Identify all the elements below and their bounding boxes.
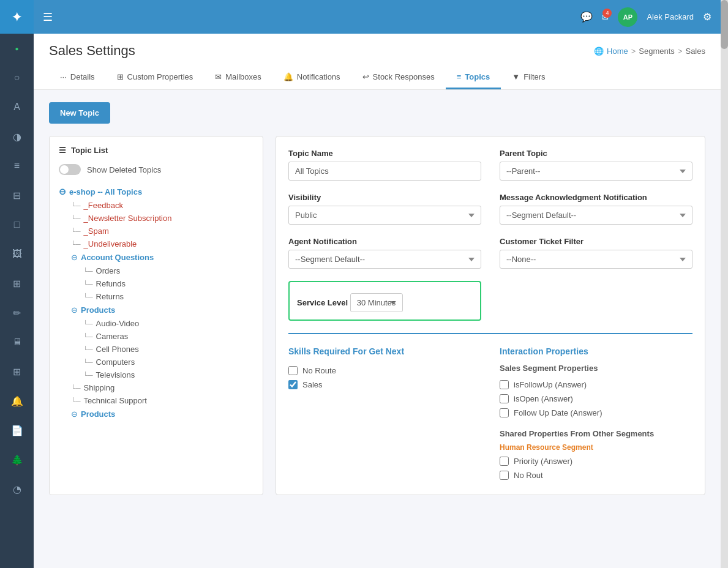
nav-doc-icon[interactable]: 📄	[5, 418, 29, 443]
tree-item-newsletter[interactable]: _Newsletter Subscription	[59, 212, 253, 225]
skill-sales-checkbox[interactable]	[288, 380, 298, 389]
form-grid: Topic Name Parent Topic --Parent--	[288, 149, 692, 321]
tab-mailboxes[interactable]: ✉ Mailboxes	[204, 66, 272, 89]
skill-sales-label: Sales	[302, 380, 323, 389]
tab-topics-icon: ≡	[457, 72, 462, 81]
nav-square-icon[interactable]: □	[5, 212, 29, 237]
tree-products[interactable]: ⊖ Products	[59, 303, 253, 317]
sales-segment-label: Sales Segment Properties	[500, 364, 692, 373]
tree-minus-products2: ⊖	[71, 409, 78, 419]
prop-priority-checkbox[interactable]	[500, 457, 509, 466]
breadcrumb-sales: Sales	[685, 47, 705, 56]
nav-monitor-icon[interactable]: 🖥	[5, 330, 29, 354]
topic-detail-panel: Topic Name Parent Topic --Parent--	[276, 136, 705, 495]
tree-account-questions[interactable]: ⊖ Account Questions	[59, 250, 253, 264]
tree-item-feedback[interactable]: _Feedback	[59, 199, 253, 212]
mail-icon[interactable]: ✉ 4	[602, 12, 609, 23]
user-name: Alek Packard	[647, 12, 694, 21]
tree-root-item[interactable]: ⊖ e-shop -- All Topics	[59, 184, 253, 199]
nav-image-icon[interactable]: 🖼	[5, 242, 29, 266]
tab-notifications[interactable]: 🔔 Notifications	[272, 66, 351, 89]
prop-followup-checkbox[interactable]	[500, 380, 509, 389]
breadcrumb-sep2: >	[678, 47, 683, 56]
nav-pie-icon[interactable]: ◔	[5, 477, 29, 501]
tree-item-spam[interactable]: _Spam	[59, 225, 253, 237]
nav-circle-icon[interactable]: ○	[5, 65, 29, 90]
section-divider	[288, 333, 692, 334]
topic-list-title-text: Topic List	[71, 146, 108, 155]
chat-icon[interactable]: 💬	[580, 11, 593, 23]
new-topic-button[interactable]: New Topic	[49, 102, 110, 124]
nav-moon-icon[interactable]: ◑	[5, 124, 29, 149]
tree-account-label: Account Questions	[81, 253, 154, 262]
tree-minus-account: ⊖	[71, 253, 78, 262]
customer-filter-select[interactable]: --None--	[500, 250, 692, 269]
topic-name-input[interactable]	[288, 162, 481, 181]
nav-tree-icon[interactable]: 🌲	[5, 447, 29, 472]
tree-item-technical-support[interactable]: Technical Support	[59, 394, 253, 407]
tab-custom-properties[interactable]: ⊞ Custom Properties	[106, 66, 205, 89]
tree-item-cameras[interactable]: Cameras	[59, 330, 253, 343]
prop-isopen-label: isOpen (Answer)	[514, 394, 573, 403]
prop-isopen-checkbox[interactable]	[500, 394, 509, 403]
breadcrumb-home[interactable]: Home	[607, 47, 628, 56]
msg-ack-select[interactable]: --Segment Default--	[500, 206, 692, 225]
skill-no-route-row: No Route	[288, 364, 481, 378]
tree-item-audio-video[interactable]: Audio-Video	[59, 317, 253, 330]
visibility-select[interactable]: Public	[288, 206, 481, 225]
form-group-visibility: Visibility Public	[288, 193, 481, 225]
form-group-topic-name: Topic Name	[288, 149, 481, 181]
logo-icon: ✦	[12, 10, 22, 24]
tab-stock-icon: ↩	[362, 72, 369, 81]
nav-bell-icon[interactable]: 🔔	[5, 389, 29, 413]
show-deleted-row: Show Deleted Topics	[59, 164, 253, 175]
shared-title: Shared Properties From Other Segments	[500, 429, 692, 438]
parent-topic-select[interactable]: --Parent--	[500, 162, 692, 181]
tree-item-refunds[interactable]: Refunds	[59, 277, 253, 290]
tab-notifications-icon: 🔔	[283, 72, 293, 81]
scrollbar[interactable]	[721, 0, 728, 568]
tree-item-shipping[interactable]: Shipping	[59, 381, 253, 394]
body-area: New Topic ☰ Topic List Show Deleted Topi…	[34, 90, 721, 507]
settings-icon[interactable]: ⚙	[703, 11, 711, 23]
skills-section: Skills Required For Get Next No Route Sa…	[288, 346, 481, 482]
tree-item-undeliverable[interactable]: _Undeliverable	[59, 237, 253, 250]
nav-status-icon[interactable]: ●	[5, 36, 29, 61]
tree-item-returns[interactable]: Returns	[59, 290, 253, 303]
prop-followupdate-checkbox[interactable]	[500, 408, 509, 417]
breadcrumb-home-icon: 🌐	[594, 47, 604, 56]
tree-minus-products: ⊖	[71, 305, 78, 315]
tree-item-cell-phones[interactable]: Cell Phones	[59, 343, 253, 356]
page-header: Sales Settings 🌐 Home > Segments > Sales…	[34, 34, 721, 90]
tree-root-label: e-shop -- All Topics	[69, 187, 142, 196]
tree-item-computers[interactable]: Computers	[59, 356, 253, 368]
nav-list-icon[interactable]: ≡	[5, 154, 29, 178]
tab-details[interactable]: ··· Details	[49, 66, 106, 89]
prop-norout-checkbox[interactable]	[500, 471, 509, 480]
mail-badge: 4	[602, 9, 612, 18]
nav-edit-icon[interactable]: ✏	[5, 301, 29, 325]
breadcrumb-sep1: >	[631, 47, 636, 56]
tree-item-orders[interactable]: Orders	[59, 264, 253, 277]
nav-grid-icon[interactable]: ⊟	[5, 183, 29, 207]
skill-no-route-checkbox[interactable]	[288, 366, 298, 375]
tree-products-label: Products	[81, 305, 115, 315]
tree-item-televisions[interactable]: Televisions	[59, 368, 253, 381]
nav-table-icon[interactable]: ⊞	[5, 271, 29, 296]
nav-text-icon[interactable]: A	[5, 95, 29, 119]
tab-stock-responses[interactable]: ↩ Stock Responses	[351, 66, 446, 89]
two-col-layout: ☰ Topic List Show Deleted Topics ⊖ e-sho…	[49, 136, 705, 495]
breadcrumb-segments[interactable]: Segments	[639, 47, 675, 56]
prop-followup-label: isFollowUp (Answer)	[514, 380, 587, 389]
tab-filters[interactable]: ▼ Filters	[501, 66, 556, 89]
page-title: Sales Settings	[49, 43, 135, 59]
nav-apps-icon[interactable]: ⊞	[5, 359, 29, 384]
hamburger-icon[interactable]: ☰	[43, 10, 53, 24]
service-level-select[interactable]: 30 Minutes	[350, 293, 403, 312]
tab-mailboxes-label: Mailboxes	[225, 72, 261, 81]
scrollbar-thumb[interactable]	[721, 0, 728, 49]
show-deleted-toggle[interactable]	[59, 164, 81, 175]
tab-topics[interactable]: ≡ Topics	[446, 66, 501, 89]
agent-notif-select[interactable]: --Segment Default--	[288, 250, 481, 269]
tree-products-2[interactable]: ⊖ Products	[59, 407, 253, 421]
